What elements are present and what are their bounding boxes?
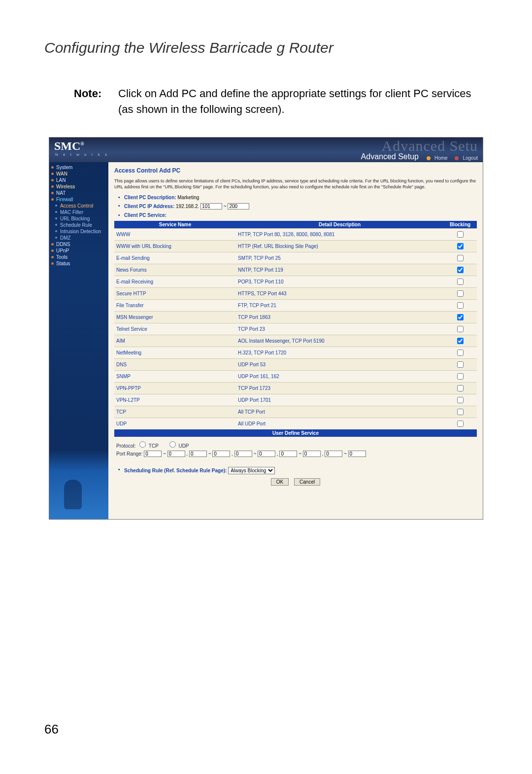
schedule-select[interactable]: Always Blocking (228, 467, 275, 474)
logout-link[interactable]: Logout (452, 155, 478, 161)
sidebar-item-wireless[interactable]: Wireless (49, 183, 108, 190)
service-detail: TCP Port 1723 (236, 383, 443, 394)
service-blocking-cell (443, 229, 477, 241)
ok-button[interactable]: OK (271, 478, 289, 486)
sidebar-item-wan[interactable]: WAN (49, 171, 108, 177)
ip-start-input[interactable] (200, 203, 222, 210)
blocking-checkbox[interactable] (457, 421, 464, 427)
blocking-checkbox[interactable] (457, 350, 464, 356)
port-end-input[interactable] (348, 451, 366, 457)
page-number: 66 (44, 722, 59, 737)
sidebar-decoration (49, 450, 108, 519)
service-table: Service Name Detail Description Blocking… (114, 221, 477, 429)
table-row: Secure HTTPHTTPS, TCP Port 443 (114, 288, 477, 300)
note-block: Note: Click on Add PC and define the app… (74, 86, 488, 117)
sidebar: SystemWANLANWirelessNATFirewallAccess Co… (49, 162, 108, 519)
blocking-checkbox[interactable] (457, 279, 464, 285)
port-start-input[interactable] (279, 451, 297, 457)
table-row: AIMAOL Instant Messenger, TCP Port 5190 (114, 335, 477, 347)
service-detail: All TCP Port (236, 406, 443, 418)
service-detail: FTP, TCP Port 21 (236, 300, 443, 312)
port-end-input[interactable] (212, 451, 230, 457)
header-title: Advanced Setup (361, 152, 419, 161)
user-define-header: User Define Service (114, 429, 477, 437)
service-blocking-cell (443, 371, 477, 383)
service-name: VPN-L2TP (114, 394, 236, 406)
service-detail: UDP Port 161, 162 (236, 371, 443, 383)
sidebar-item-schedule-rule[interactable]: Schedule Rule (49, 222, 108, 228)
router-screenshot: SMC® N e t w o r k s Advanced Setu Advan… (49, 137, 483, 520)
sidebar-item-access-control[interactable]: Access Control (49, 203, 108, 209)
protocol-udp[interactable]: UDP (167, 443, 189, 449)
service-blocking-cell (443, 394, 477, 406)
blocking-checkbox[interactable] (457, 373, 464, 380)
table-row: File TransferFTP, TCP Port 21 (114, 300, 477, 312)
port-start-input[interactable] (189, 451, 207, 457)
blocking-checkbox[interactable] (457, 385, 464, 391)
blocking-checkbox[interactable] (457, 361, 464, 368)
sidebar-item-status[interactable]: Status (49, 260, 108, 267)
service-name: File Transfer (114, 300, 236, 312)
blocking-checkbox[interactable] (457, 338, 464, 344)
port-sep: ~ (162, 451, 167, 457)
cancel-button[interactable]: Cancel (294, 478, 320, 486)
blocking-checkbox[interactable] (457, 326, 464, 332)
port-end-input[interactable] (303, 451, 321, 457)
th-detail: Detail Description (236, 221, 443, 229)
client-desc-row: Client PC Description: Marketing (124, 195, 477, 200)
table-row: WWWHTTP, TCP Port 80, 3128, 8000, 8080, … (114, 229, 477, 241)
blocking-checkbox[interactable] (457, 409, 464, 415)
service-name: Secure HTTP (114, 288, 236, 300)
port-start-input[interactable] (234, 451, 252, 457)
table-row: VPN-PPTPTCP Port 1723 (114, 383, 477, 394)
client-service-label: Client PC Service: (124, 212, 477, 218)
service-detail: AOL Instant Messenger, TCP Port 5190 (236, 335, 443, 347)
sidebar-item-system[interactable]: System (49, 164, 108, 171)
blocking-checkbox[interactable] (457, 397, 464, 403)
schedule-row: Scheduling Rule (Ref. Schedule Rule Page… (124, 467, 477, 474)
service-name: SNMP (114, 371, 236, 383)
blocking-checkbox[interactable] (457, 290, 464, 297)
sidebar-item-ddns[interactable]: DDNS (49, 241, 108, 247)
sidebar-item-mac-filter[interactable]: MAC Filter (49, 209, 108, 215)
ip-end-input[interactable] (228, 203, 249, 210)
protocol-label: Protocol: (116, 443, 135, 449)
service-blocking-cell (443, 288, 477, 300)
port-sep: ~ (207, 451, 212, 457)
port-comma: , (321, 451, 325, 457)
sidebar-item-nat[interactable]: NAT (49, 190, 108, 196)
blocking-checkbox[interactable] (457, 231, 464, 238)
table-row: UDPAll UDP Port (114, 418, 477, 430)
port-start-input[interactable] (144, 451, 162, 457)
service-detail: HTTP, TCP Port 80, 3128, 8000, 8080, 808… (236, 229, 443, 241)
sidebar-item-intrusion-detection[interactable]: Intrusion Detection (49, 228, 108, 235)
service-detail: UDP Port 53 (236, 359, 443, 371)
brand-subtext: N e t w o r k s (55, 152, 109, 157)
port-start-input[interactable] (325, 451, 342, 457)
blocking-checkbox[interactable] (457, 255, 464, 261)
blocking-checkbox[interactable] (457, 314, 464, 320)
port-end-input[interactable] (167, 451, 185, 457)
blocking-checkbox[interactable] (457, 302, 464, 309)
port-end-input[interactable] (258, 451, 275, 457)
content-panel: Access Control Add PC This page allows u… (108, 162, 483, 519)
protocol-tcp[interactable]: TCP (137, 443, 159, 449)
note-label: Note: (74, 86, 118, 117)
sidebar-item-lan[interactable]: LAN (49, 177, 108, 183)
sidebar-item-tools[interactable]: Tools (49, 254, 108, 260)
blocking-checkbox[interactable] (457, 267, 464, 273)
sidebar-item-url-blocking[interactable]: URL Blocking (49, 215, 108, 222)
service-blocking-cell (443, 359, 477, 371)
service-detail: NNTP, TCP Port 119 (236, 264, 443, 276)
sidebar-item-firewall[interactable]: Firewall (49, 196, 108, 203)
service-name: MSN Messenger (114, 312, 236, 323)
service-name: VPN-PPTP (114, 383, 236, 394)
sidebar-item-dmz[interactable]: DMZ (49, 235, 108, 241)
sidebar-item-upnp[interactable]: UPnP (49, 247, 108, 254)
table-row: WWW with URL BlockingHTTP (Ref. URL Bloc… (114, 241, 477, 252)
home-link[interactable]: Home (424, 155, 448, 161)
service-name: TCP (114, 406, 236, 418)
blocking-checkbox[interactable] (457, 243, 464, 249)
service-blocking-cell (443, 300, 477, 312)
header-links: Home Logout (421, 155, 478, 161)
